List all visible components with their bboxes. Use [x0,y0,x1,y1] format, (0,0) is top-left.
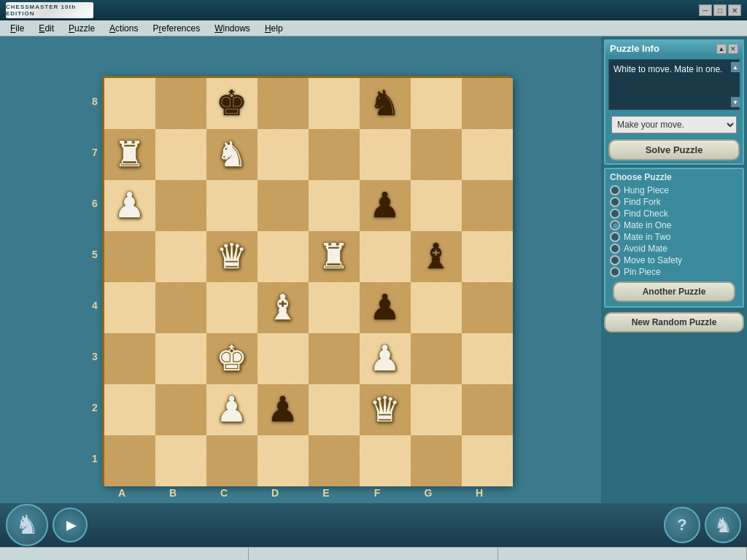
square-d2[interactable]: ♟ [258,384,309,435]
square-b3[interactable] [155,333,206,384]
radio-move-to-safety[interactable] [610,255,620,265]
square-b2[interactable] [155,384,206,435]
radio-avoid-mate[interactable] [610,244,620,254]
square-a5[interactable] [104,231,155,282]
menu-preferences[interactable]: Preferences [145,22,207,35]
square-g8[interactable] [411,78,462,129]
square-c4[interactable] [206,282,258,333]
square-h8[interactable] [462,78,513,129]
square-f8[interactable]: ♞ [360,78,411,129]
puzzle-type-mate-in-two[interactable]: Mate in Two [610,232,738,242]
square-d6[interactable] [258,180,309,231]
square-b6[interactable] [155,180,206,231]
minimize-button[interactable]: ─ [699,4,712,16]
square-h2[interactable] [462,384,513,435]
square-c7[interactable]: ♞ [206,129,258,180]
radio-find-check[interactable] [610,209,620,219]
scroll-down-button[interactable]: ▼ [731,97,740,107]
close-button[interactable]: ✕ [728,4,741,16]
square-c6[interactable] [206,180,258,231]
square-c8[interactable]: ♚ [206,78,258,129]
square-e2[interactable] [309,384,360,435]
square-g2[interactable] [411,384,462,435]
knight-icon-button[interactable]: ♞ [705,507,741,543]
square-a3[interactable] [104,333,155,384]
menu-puzzle[interactable]: Puzzle [61,22,102,35]
square-g6[interactable] [411,180,462,231]
chessboard[interactable]: ♚ ♞ ♜ ♞ ♟ [102,76,511,484]
square-h5[interactable] [462,231,513,282]
radio-mate-in-two[interactable] [610,232,620,242]
menu-file[interactable]: File [3,22,31,35]
square-a4[interactable] [104,282,155,333]
puzzle-type-avoid-mate[interactable]: Avoid Mate [610,244,738,254]
square-b8[interactable] [155,78,206,129]
menu-actions[interactable]: Actions [102,22,145,35]
puzzle-type-mate-in-one[interactable]: Mate in One [610,220,738,230]
puzzle-type-hung-piece[interactable]: Hung Piece [610,185,738,195]
square-a1[interactable] [104,435,155,486]
square-b7[interactable] [155,129,206,180]
square-e1[interactable] [309,435,360,486]
square-c1[interactable] [206,435,258,486]
square-e3[interactable] [309,333,360,384]
square-e4[interactable] [309,282,360,333]
another-puzzle-button[interactable]: Another Puzzle [613,281,735,302]
puzzle-type-find-check[interactable]: Find Check [610,209,738,219]
radio-mate-in-one[interactable] [610,220,620,230]
puzzle-info-scrollbar[interactable]: ▲ ▼ [731,62,740,107]
square-d5[interactable] [258,231,309,282]
menu-windows[interactable]: Windows [207,22,258,35]
nav-forward-button[interactable]: ▶ [53,508,88,542]
square-e5[interactable]: ♜ [309,231,360,282]
menu-help[interactable]: Help [258,22,290,35]
square-f5[interactable] [360,231,411,282]
square-d7[interactable] [258,129,309,180]
square-c2[interactable]: ♟ [206,384,258,435]
square-a2[interactable] [104,384,155,435]
square-g3[interactable] [411,333,462,384]
panel-close-button[interactable]: ✕ [728,44,738,54]
square-e6[interactable] [309,180,360,231]
puzzle-type-pin-piece[interactable]: Pin Piece [610,267,738,277]
square-e7[interactable] [309,129,360,180]
square-b1[interactable] [155,435,206,486]
puzzle-type-move-to-safety[interactable]: Move to Safety [610,255,738,265]
square-b5[interactable] [155,231,206,282]
radio-hung-piece[interactable] [610,185,620,195]
square-a8[interactable] [104,78,155,129]
square-f3[interactable]: ♟ [360,333,411,384]
new-random-puzzle-button[interactable]: New Random Puzzle [604,312,744,332]
square-c5[interactable]: ♛ [206,231,258,282]
maximize-button[interactable]: □ [713,4,727,16]
help-button[interactable]: ? [664,507,700,543]
radio-pin-piece[interactable] [610,267,620,277]
square-h4[interactable] [462,282,513,333]
square-g7[interactable] [411,129,462,180]
square-b4[interactable] [155,282,206,333]
square-a6[interactable]: ♟ [104,180,155,231]
square-g4[interactable] [411,282,462,333]
square-d8[interactable] [258,78,309,129]
move-select[interactable]: Make your move. Hint Show Solution [611,116,737,133]
square-a7[interactable]: ♜ [104,129,155,180]
square-h3[interactable] [462,333,513,384]
square-d1[interactable] [258,435,309,486]
square-f6[interactable]: ♟ [360,180,411,231]
square-h7[interactable] [462,129,513,180]
solve-puzzle-button[interactable]: Solve Puzzle [608,139,740,160]
radio-find-fork[interactable] [610,197,620,207]
square-d3[interactable] [258,333,309,384]
square-f1[interactable] [360,435,411,486]
menu-edit[interactable]: Edit [31,22,61,35]
square-d4[interactable]: ♝ [258,282,309,333]
square-h1[interactable] [462,435,513,486]
square-f7[interactable] [360,129,411,180]
panel-collapse-button[interactable]: ▲ [716,44,727,54]
square-e8[interactable] [309,78,360,129]
square-f4[interactable]: ♟ [360,282,411,333]
square-c3[interactable]: ♚ [206,333,258,384]
square-h6[interactable] [462,180,513,231]
scroll-up-button[interactable]: ▲ [731,62,740,72]
square-g5[interactable]: ♝ [411,231,462,282]
